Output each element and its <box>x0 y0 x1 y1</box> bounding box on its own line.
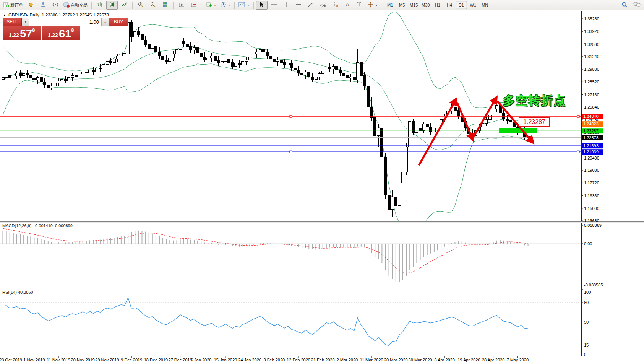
svg-text:29 Nov 2019: 29 Nov 2019 <box>95 358 119 362</box>
buy-button[interactable]: BUY <box>109 18 128 26</box>
buy-price-sup: 8 <box>71 28 74 33</box>
svg-text:3 Feb 2020: 3 Feb 2020 <box>263 358 285 362</box>
one-click-trading-panel: SELL ▼ ▲ BUY 1.22 57 8 1.22 61 8 <box>3 18 80 40</box>
bull-bear-turning-point-annotation: 多空转折点 <box>503 93 566 109</box>
buy-price-big: 61 <box>59 28 71 39</box>
svg-text:15: 15 <box>584 343 589 347</box>
svg-text:19 Apr 2020: 19 Apr 2020 <box>457 358 480 362</box>
svg-text:20 Nov 2019: 20 Nov 2019 <box>71 358 95 362</box>
sell-price-big: 57 <box>20 28 32 39</box>
macd-value: -0.001419 <box>34 223 53 228</box>
price-note-box: 1.23287 <box>519 117 550 127</box>
svg-text:80: 80 <box>584 300 589 305</box>
svg-text:23 Oct 2019: 23 Oct 2019 <box>0 358 22 362</box>
svg-text:100: 100 <box>584 290 591 295</box>
rsi-label: RSI(14) 40.3860 <box>2 290 33 295</box>
svg-text:1.35280: 1.35280 <box>584 16 599 21</box>
svg-text:28 Apr 2020: 28 Apr 2020 <box>482 358 504 362</box>
chart-header: ▲ GBPUSD-,Daily 1.23306 1.23762 1.22545 … <box>3 13 109 17</box>
buy-price-box[interactable]: 1.22 61 8 <box>42 26 80 40</box>
sell-price-box[interactable]: 1.22 57 8 <box>3 26 41 40</box>
spinner-down-icon: ▼ <box>24 21 27 23</box>
svg-text:1.33920: 1.33920 <box>584 29 599 34</box>
svg-text:1.28520: 1.28520 <box>584 80 599 84</box>
sell-price-prefix: 1.22 <box>9 31 19 39</box>
collapse-quote-panel-icon[interactable]: ▲ <box>3 13 6 17</box>
svg-text:1.15000: 1.15000 <box>584 206 599 211</box>
macd-label: MACD(12,26,9) -0.001419 0.000899 <box>2 223 73 228</box>
svg-text:11 Mar 2020: 11 Mar 2020 <box>360 358 383 362</box>
svg-text:6 Jan 2020: 6 Jan 2020 <box>191 358 211 362</box>
svg-text:1 Nov 2019: 1 Nov 2019 <box>23 358 45 362</box>
svg-text:-0.038585: -0.038585 <box>584 283 603 287</box>
symbol-ohlc-values: 1.23306 1.23762 1.22545 1.22578 <box>42 13 109 17</box>
svg-text:0: 0 <box>584 352 586 357</box>
svg-text:1.16360: 1.16360 <box>584 194 599 198</box>
macd-name: MACD(12,26,9) <box>2 223 31 228</box>
svg-text:20 Mar 2020: 20 Mar 2020 <box>384 358 408 362</box>
rsi-name: RSI(14) 40.3860 <box>2 290 33 295</box>
svg-text:1.20400: 1.20400 <box>584 156 599 160</box>
svg-text:18 Dec 2019: 18 Dec 2019 <box>144 358 168 362</box>
svg-text:1.21693: 1.21693 <box>583 143 599 148</box>
svg-text:1.19080: 1.19080 <box>584 168 599 173</box>
svg-text:50: 50 <box>584 320 589 324</box>
volume-increase-button[interactable]: ▲ <box>101 18 109 26</box>
svg-text:1.24840: 1.24840 <box>583 114 599 119</box>
svg-text:15 Jan 2020: 15 Jan 2020 <box>214 358 237 362</box>
svg-text:12 Feb 2020: 12 Feb 2020 <box>287 358 310 362</box>
svg-text:1.21039: 1.21039 <box>583 150 599 154</box>
sell-price-sup: 8 <box>32 28 35 33</box>
chart-canvas[interactable]: 1.352801.339201.325601.312401.298801.285… <box>0 0 644 363</box>
svg-text:1.25840: 1.25840 <box>584 105 599 109</box>
svg-text:1.17720: 1.17720 <box>584 181 599 185</box>
macd-signal-value: 0.000899 <box>55 223 73 228</box>
svg-text:30 Mar 2020: 30 Mar 2020 <box>409 358 432 362</box>
volume-decrease-button[interactable]: ▼ <box>22 18 29 26</box>
svg-text:1.27160: 1.27160 <box>584 93 599 97</box>
svg-text:1.23287: 1.23287 <box>583 129 599 133</box>
symbol-name: GBPUSD-,Daily <box>8 13 39 17</box>
svg-text:21 Feb 2020: 21 Feb 2020 <box>311 358 335 362</box>
svg-text:1.32560: 1.32560 <box>584 42 599 47</box>
svg-text:1.13680: 1.13680 <box>584 218 599 223</box>
svg-text:11 Nov 2019: 11 Nov 2019 <box>47 358 70 362</box>
svg-text:9 Dec 2019: 9 Dec 2019 <box>121 358 142 362</box>
svg-text:27 Dec 2019: 27 Dec 2019 <box>168 358 192 362</box>
mt4-window: 新订单 自动交易 ▼ ▼ ▼ E F A T ▼ <box>0 0 644 363</box>
svg-text:7 May 2020: 7 May 2020 <box>507 358 529 362</box>
svg-text:1.29880: 1.29880 <box>584 67 599 72</box>
svg-text:2 Mar 2020: 2 Mar 2020 <box>337 358 358 362</box>
svg-text:1.22578: 1.22578 <box>583 135 599 140</box>
svg-text:0.00: 0.00 <box>584 241 592 246</box>
sell-button[interactable]: SELL <box>3 18 22 26</box>
svg-text:0.018369: 0.018369 <box>584 223 602 228</box>
svg-text:1.24023: 1.24023 <box>583 122 599 126</box>
green-highlight-rectangle[interactable] <box>499 128 537 133</box>
spinner-up-icon: ▲ <box>104 21 107 23</box>
svg-text:24 Jan 2020: 24 Jan 2020 <box>238 358 261 362</box>
svg-text:8 Apr 2020: 8 Apr 2020 <box>435 358 455 362</box>
svg-text:1.31240: 1.31240 <box>584 54 599 59</box>
buy-price-prefix: 1.22 <box>48 31 58 39</box>
volume-input[interactable] <box>29 18 101 26</box>
